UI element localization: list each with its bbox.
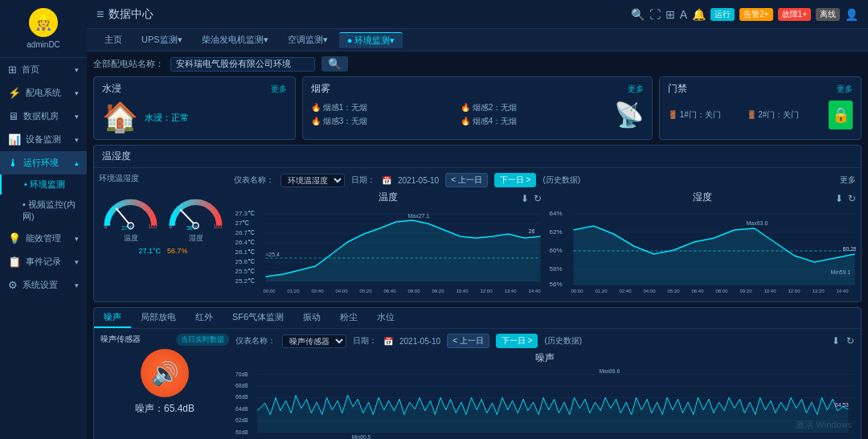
- hum-gauge: 0 100 56.7 湿度: [166, 187, 226, 244]
- noise-chart-svg: 70dB 68dB 66dB 64dB 62dB 60dB: [235, 367, 854, 439]
- svg-text:01:20: 01:20: [596, 289, 608, 293]
- sidebar-item-home[interactable]: ⊞ 首页 ▾: [0, 58, 87, 81]
- tab-ac[interactable]: 空调监测▾: [280, 32, 336, 47]
- noise-chart-panel: 仪表名称： 噪声传感器 日期： 📅 2021-05-10 < 上一日 下一日 >…: [235, 334, 854, 439]
- history-link[interactable]: (历史数据): [542, 174, 580, 186]
- tab-water[interactable]: 水位: [367, 308, 404, 328]
- tab-environment[interactable]: ● 环境监测▾: [339, 32, 403, 48]
- door-more-button[interactable]: 更多: [837, 84, 853, 95]
- station-search-button[interactable]: 🔍: [321, 56, 348, 72]
- sidebar-sub-video[interactable]: • 视频监控(内网): [0, 195, 87, 227]
- svg-text:0: 0: [104, 224, 108, 229]
- noise-badge[interactable]: 当日实时数据: [176, 334, 229, 346]
- smoke-detector-icon: 📡: [614, 101, 644, 129]
- svg-text:01:20: 01:20: [288, 289, 301, 293]
- svg-text:27℃: 27℃: [235, 220, 250, 227]
- bottom-section: 噪声 局部放电 红外 SF6气体监测 振动 粉尘 水位 噪声传感器 当日实时数据: [93, 307, 862, 439]
- bottom-tabs-row: 噪声 局部放电 红外 SF6气体监测 振动 粉尘 水位: [94, 308, 861, 329]
- sidebar-item-datacenter[interactable]: 🖥 数据机房 ▾: [0, 105, 87, 128]
- topbar: ≡ 数据中心 🔍 ⛶ ⊞ A 🔔 运行 告警2+ 故障1+ 离线 👤: [87, 0, 868, 29]
- sidebar-item-power[interactable]: ⚡ 配电系统 ▾: [0, 81, 87, 105]
- date-label: 日期：: [351, 174, 375, 186]
- noise-date-value: 2021-05-10: [399, 337, 440, 346]
- svg-text:68dB: 68dB: [235, 383, 248, 388]
- home-icon: ⊞: [8, 64, 17, 76]
- water-house-icon: 🏠: [102, 101, 138, 134]
- door-status-icon: 🔒: [829, 101, 853, 129]
- font-icon[interactable]: A: [680, 8, 687, 21]
- next-day-button[interactable]: 下一日 >: [494, 173, 537, 187]
- svg-text:60%: 60%: [550, 247, 563, 254]
- sidebar-item-energy[interactable]: 💡 能效管理 ▾: [0, 227, 87, 250]
- tab-vibration[interactable]: 振动: [293, 308, 330, 328]
- svg-text:100: 100: [214, 224, 223, 229]
- svg-text:Max63.6: Max63.6: [747, 220, 768, 226]
- sidebar-item-devices[interactable]: 📊 设备监测 ▾: [0, 128, 87, 151]
- noise-next-button[interactable]: 下一日 >: [496, 334, 538, 348]
- refresh-icon[interactable]: ↻: [534, 193, 542, 204]
- search-icon-top[interactable]: 🔍: [631, 8, 645, 21]
- svg-text:Max88.6: Max88.6: [599, 368, 620, 374]
- tab-partial[interactable]: 局部放电: [131, 308, 186, 328]
- noise-refresh-icon[interactable]: ↻: [846, 335, 854, 347]
- tab-ups[interactable]: UPS监测▾: [133, 32, 190, 47]
- prev-day-button[interactable]: < 上一日: [445, 173, 488, 187]
- sidebar-item-events[interactable]: 📋 事件记录 ▾: [0, 250, 87, 273]
- svg-text:05:20: 05:20: [668, 289, 681, 293]
- tab-home[interactable]: 主页: [96, 32, 130, 47]
- noise-history-link[interactable]: (历史数据): [544, 335, 582, 347]
- sidebar-item-environment[interactable]: 🌡 运行环境 ▴: [0, 151, 87, 174]
- content-area: 全部配电站名称： 🔍 水浸 更多 🏠 水浸：正常: [87, 51, 868, 439]
- sidebar-item-devices-label: 设备监测: [26, 133, 61, 146]
- sidebar-header: 👷 adminDC: [0, 0, 87, 58]
- tab-infrared[interactable]: 红外: [186, 308, 223, 328]
- arrow-icon-5: ▴: [75, 159, 79, 167]
- smoke-grid: 🔥 烟感1：无烟 🔥 烟感2：无烟 🔥 烟感3：无烟 🔥 烟感4：无烟: [311, 102, 608, 127]
- instrument-label: 仪表名称：: [234, 174, 274, 186]
- sidebar-item-settings[interactable]: ⚙ 系统设置 ▾: [0, 273, 87, 297]
- station-input[interactable]: [170, 57, 315, 72]
- grid-icon[interactable]: ⊞: [665, 8, 675, 21]
- instrument-select[interactable]: 环境温湿度: [280, 174, 345, 187]
- bell-icon[interactable]: 🔔: [692, 8, 706, 21]
- hum-refresh-icon[interactable]: ↻: [848, 193, 856, 204]
- tab-generator[interactable]: 柴油发电机监测▾: [194, 32, 276, 47]
- download-icon[interactable]: ⬇: [521, 193, 529, 204]
- events-icon: 📋: [8, 256, 21, 268]
- noise-value: 噪声：65.4dB: [135, 402, 194, 416]
- menu-icon-top[interactable]: ≡: [96, 7, 104, 22]
- svg-text:64dB: 64dB: [235, 406, 248, 412]
- svg-text:Min59.1: Min59.1: [831, 269, 851, 275]
- temp-gauge-value: 27.1°C: [138, 247, 161, 255]
- smoke-card-header: 烟雾 更多: [311, 82, 644, 96]
- noise-download-icon[interactable]: ⬇: [832, 335, 840, 347]
- sidebar-item-home-label: 首页: [22, 64, 39, 76]
- tab-dust[interactable]: 粉尘: [330, 308, 367, 328]
- topbar-right: 🔍 ⛶ ⊞ A 🔔 运行 告警2+ 故障1+ 离线 👤: [631, 8, 858, 21]
- noise-sensor-title: 噪声传感器: [100, 334, 141, 346]
- section-more[interactable]: 更多: [840, 174, 856, 186]
- zoom-icon[interactable]: ⛶: [649, 8, 661, 21]
- temperature-section-header: 温湿度: [94, 146, 861, 168]
- hum-download-icon[interactable]: ⬇: [835, 193, 843, 204]
- noise-prev-button[interactable]: < 上一日: [447, 334, 489, 348]
- temp-chart-header: 温度 ⬇ ↻: [234, 191, 542, 206]
- tab-noise[interactable]: 噪声: [94, 308, 131, 328]
- badge-running: 运行: [710, 8, 735, 21]
- svg-text:0: 0: [170, 224, 173, 229]
- hum-gauge-value: 56.7%: [167, 247, 188, 255]
- svg-text:09:20: 09:20: [432, 289, 445, 293]
- noise-icon: 🔊: [141, 349, 189, 397]
- user-icon[interactable]: 👤: [845, 8, 858, 21]
- gauge-sub-title: 环境温湿度: [99, 173, 139, 184]
- tab-sf6[interactable]: SF6气体监测: [223, 308, 293, 328]
- svg-text:14:40: 14:40: [837, 289, 850, 293]
- water-card: 水浸 更多 🏠 水浸：正常: [93, 76, 296, 140]
- smoke-more-button[interactable]: 更多: [628, 84, 644, 95]
- water-more-button[interactable]: 更多: [271, 84, 287, 95]
- sidebar-sub-env-monitor[interactable]: • 环境监测: [0, 174, 87, 195]
- noise-instrument-select[interactable]: 噪声传感器: [282, 334, 346, 348]
- main-content: ≡ 数据中心 🔍 ⛶ ⊞ A 🔔 运行 告警2+ 故障1+ 离线 👤 主页 UP…: [87, 0, 868, 439]
- devices-icon: 📊: [8, 133, 21, 146]
- gauges-panel: 环境温湿度: [99, 173, 227, 297]
